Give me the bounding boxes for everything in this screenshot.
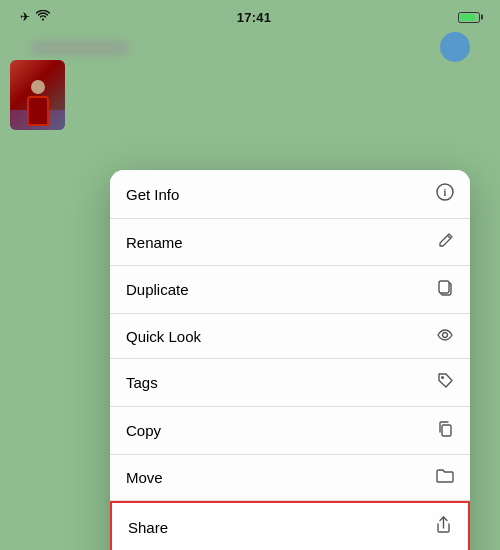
tag-icon bbox=[437, 372, 454, 393]
eye-icon bbox=[436, 327, 454, 345]
menu-item-duplicate[interactable]: Duplicate bbox=[110, 266, 470, 314]
svg-point-5 bbox=[441, 376, 444, 379]
blue-dot-decoration bbox=[440, 32, 470, 62]
battery-icon bbox=[458, 12, 480, 23]
context-menu: Get Info i Rename Duplicate Quick Look bbox=[110, 170, 470, 550]
menu-item-rename[interactable]: Rename bbox=[110, 219, 470, 266]
menu-item-get-info[interactable]: Get Info i bbox=[110, 170, 470, 219]
svg-rect-6 bbox=[442, 425, 451, 436]
menu-item-quick-look[interactable]: Quick Look bbox=[110, 314, 470, 359]
blurred-title bbox=[30, 40, 130, 56]
background-content bbox=[20, 40, 480, 71]
menu-item-tags[interactable]: Tags bbox=[110, 359, 470, 407]
thumbnail-image bbox=[10, 60, 65, 130]
person-figure bbox=[23, 80, 53, 130]
status-right-icons bbox=[458, 12, 480, 23]
svg-rect-3 bbox=[439, 281, 449, 293]
info-icon: i bbox=[436, 183, 454, 205]
menu-item-share[interactable]: Share bbox=[110, 501, 470, 550]
menu-item-copy[interactable]: Copy bbox=[110, 407, 470, 455]
menu-item-move[interactable]: Move bbox=[110, 455, 470, 501]
file-thumbnail bbox=[10, 60, 65, 130]
airplane-icon: ✈ bbox=[20, 10, 30, 24]
status-left-icons: ✈ bbox=[20, 10, 50, 24]
wifi-icon bbox=[36, 10, 50, 24]
folder-icon bbox=[436, 468, 454, 487]
svg-point-4 bbox=[443, 333, 448, 338]
status-time: 17:41 bbox=[237, 10, 272, 25]
share-icon bbox=[435, 516, 452, 538]
status-bar: ✈ 17:41 bbox=[0, 0, 500, 30]
svg-text:i: i bbox=[444, 187, 447, 198]
pencil-icon bbox=[438, 232, 454, 252]
copy-icon bbox=[437, 420, 454, 441]
duplicate-icon bbox=[437, 279, 454, 300]
